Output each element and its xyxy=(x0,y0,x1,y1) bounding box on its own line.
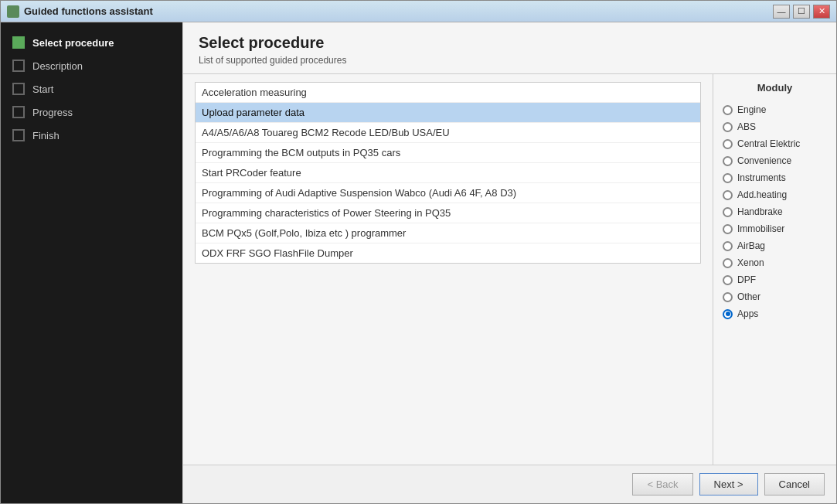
right-panel: Select procedure List of supported guide… xyxy=(182,22,836,503)
sidebar-label-finish: Finish xyxy=(32,130,60,141)
module-label-central-elektric: Central Elektric xyxy=(737,138,800,149)
cancel-button[interactable]: Cancel xyxy=(764,473,825,495)
minimize-button[interactable]: — xyxy=(773,5,790,19)
sidebar-label-description: Description xyxy=(32,60,83,72)
title-bar: Guided functions assistant — ☐ ✕ xyxy=(1,1,836,22)
radio-apps[interactable] xyxy=(723,309,733,319)
radio-convenience[interactable] xyxy=(723,156,733,166)
list-item[interactable]: Programming the BCM outputs in PQ35 cars xyxy=(196,143,700,163)
list-item[interactable]: A4/A5/A6/A8 Touareg BCM2 Recode LED/Bub … xyxy=(196,123,700,143)
footer: < Back Next > Cancel xyxy=(183,465,836,503)
radio-engine[interactable] xyxy=(723,105,733,115)
list-item[interactable]: Programming of Audi Adaptive Suspension … xyxy=(196,183,700,203)
window-title: Guided functions assistant xyxy=(24,5,153,17)
module-label-handbrake: Handbrake xyxy=(737,206,783,217)
module-item-xenon[interactable]: Xenon xyxy=(721,254,828,271)
step-indicator-1 xyxy=(12,36,25,49)
module-item-convenience[interactable]: Convenience xyxy=(721,152,828,169)
module-label-engine: Engine xyxy=(737,104,766,115)
list-item[interactable]: Acceleration measuring xyxy=(196,83,700,103)
module-item-dpf[interactable]: DPF xyxy=(721,271,828,288)
module-item-apps[interactable]: Apps xyxy=(721,305,828,322)
sidebar-item-finish[interactable]: Finish xyxy=(9,127,175,144)
app-icon xyxy=(7,5,19,18)
main-window: Guided functions assistant — ☐ ✕ Select … xyxy=(0,0,837,504)
sidebar: Select procedure Description Start Progr… xyxy=(1,22,182,503)
sidebar-item-progress[interactable]: Progress xyxy=(9,104,175,121)
module-item-abs[interactable]: ABS xyxy=(721,118,828,135)
module-label-add-heating: Add.heating xyxy=(737,189,787,200)
back-button[interactable]: < Back xyxy=(632,473,692,495)
module-label-xenon: Xenon xyxy=(737,257,764,268)
module-item-instruments[interactable]: Instruments xyxy=(721,169,828,186)
radio-abs[interactable] xyxy=(723,122,733,132)
module-label-convenience: Convenience xyxy=(737,155,791,166)
module-item-add-heating[interactable]: Add.heating xyxy=(721,186,828,203)
step-indicator-4 xyxy=(12,106,25,118)
step-indicator-2 xyxy=(12,60,25,72)
radio-central-elektric[interactable] xyxy=(723,139,733,149)
close-button[interactable]: ✕ xyxy=(813,5,830,19)
sidebar-item-start[interactable]: Start xyxy=(9,80,175,97)
sidebar-item-description[interactable]: Description xyxy=(9,57,175,74)
procedure-list-container: Acceleration measuring Upload parameter … xyxy=(183,74,713,465)
modules-title: Moduly xyxy=(721,82,828,94)
step-indicator-5 xyxy=(12,129,25,141)
content-body: Acceleration measuring Upload parameter … xyxy=(183,74,836,465)
list-item[interactable]: Start PRCoder feature xyxy=(196,163,700,183)
radio-airbag[interactable] xyxy=(723,241,733,251)
radio-xenon[interactable] xyxy=(723,258,733,268)
module-label-instruments: Instruments xyxy=(737,172,786,183)
module-label-apps: Apps xyxy=(737,308,758,319)
radio-other[interactable] xyxy=(723,292,733,302)
main-content: Select procedure Description Start Progr… xyxy=(1,22,836,503)
module-item-handbrake[interactable]: Handbrake xyxy=(721,203,828,220)
module-item-immobiliser[interactable]: Immobiliser xyxy=(721,220,828,237)
sidebar-item-select-procedure[interactable]: Select procedure xyxy=(9,34,175,51)
sidebar-label-progress: Progress xyxy=(32,107,73,118)
next-button[interactable]: Next > xyxy=(699,473,758,495)
title-bar-buttons: — ☐ ✕ xyxy=(773,5,830,19)
sidebar-label-select-procedure: Select procedure xyxy=(32,37,114,49)
module-item-central-elektric[interactable]: Central Elektric xyxy=(721,135,828,152)
module-label-abs: ABS xyxy=(737,121,756,132)
module-item-other[interactable]: Other xyxy=(721,288,828,305)
radio-add-heating[interactable] xyxy=(723,190,733,200)
module-item-airbag[interactable]: AirBag xyxy=(721,237,828,254)
procedure-list: Acceleration measuring Upload parameter … xyxy=(195,82,701,264)
sidebar-label-start: Start xyxy=(32,83,53,95)
radio-immobiliser[interactable] xyxy=(723,224,733,234)
page-title: Select procedure xyxy=(199,34,821,52)
list-item[interactable]: BCM PQx5 (Golf,Polo, Ibiza etc ) program… xyxy=(196,223,700,243)
radio-handbrake[interactable] xyxy=(723,207,733,217)
step-indicator-3 xyxy=(12,83,25,95)
module-label-airbag: AirBag xyxy=(737,240,765,251)
module-label-dpf: DPF xyxy=(737,274,756,285)
modules-panel: Moduly Engine ABS Central Elektric xyxy=(713,74,836,465)
list-item[interactable]: Upload parameter data xyxy=(196,103,700,123)
page-subtitle: List of supported guided procedures xyxy=(199,55,821,66)
list-item[interactable]: ODX FRF SGO FlashFile Dumper xyxy=(196,243,700,263)
radio-instruments[interactable] xyxy=(723,173,733,183)
module-label-immobiliser: Immobiliser xyxy=(737,223,784,234)
module-item-engine[interactable]: Engine xyxy=(721,101,828,118)
maximize-button[interactable]: ☐ xyxy=(793,5,810,19)
title-bar-left: Guided functions assistant xyxy=(7,5,153,18)
list-item[interactable]: Programming characteristics of Power Ste… xyxy=(196,203,700,223)
module-label-other: Other xyxy=(737,291,760,302)
radio-dpf[interactable] xyxy=(723,275,733,285)
content-header: Select procedure List of supported guide… xyxy=(183,22,836,74)
